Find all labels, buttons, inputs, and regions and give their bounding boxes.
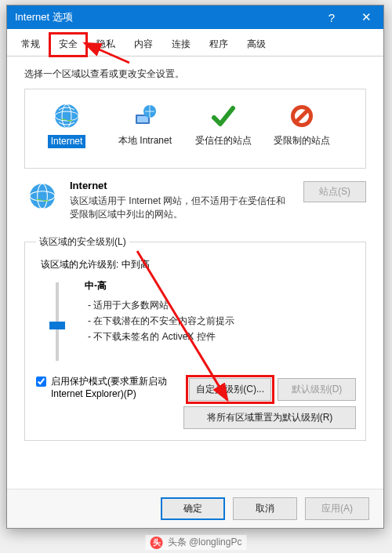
zone-intranet[interactable]: 本地 Intranet <box>111 100 179 160</box>
zone-detail-desc: 该区域适用于 Internet 网站，但不适用于在受信任和受限制区域中列出的网站… <box>70 195 294 221</box>
cancel-button[interactable]: 取消 <box>233 497 297 520</box>
window-title: Internet 选项 <box>15 10 314 24</box>
zone-detail: Internet 该区域适用于 Internet 网站，但不适用于在受信任和受限… <box>24 180 366 221</box>
watermark: 头 头条 @longlingPc <box>146 535 247 550</box>
level-bullet: 不下载未签名的 ActiveX 控件 <box>88 330 356 344</box>
zone-detail-name: Internet <box>70 180 294 191</box>
zones-list: Internet 本地 Intranet 受信任的站点 受限制的站点 <box>24 89 366 169</box>
globe-icon <box>33 100 100 132</box>
watermark-icon: 头 <box>151 537 163 549</box>
tab-panel-security: 选择一个区域以查看或更改安全设置。 Internet 本地 Intranet 受… <box>7 56 383 450</box>
security-level-slider[interactable] <box>44 278 71 361</box>
custom-level-button[interactable]: 自定义级别(C)... <box>189 378 271 401</box>
tab-strip: 常规 安全 隐私 内容 连接 程序 高级 <box>7 29 383 56</box>
slider-thumb[interactable] <box>49 322 65 329</box>
instruction-text: 选择一个区域以查看或更改安全设置。 <box>24 67 366 81</box>
close-button[interactable]: ✕ <box>349 5 383 29</box>
level-description: 中-高 适用于大多数网站 在下载潜在的不安全内容之前提示 不下载未签名的 Act… <box>85 278 356 361</box>
tab-programs[interactable]: 程序 <box>200 33 238 56</box>
watermark-text: 头条 @longlingPc <box>168 536 242 549</box>
level-bullet: 在下载潜在的不安全内容之前提示 <box>88 315 356 328</box>
protected-mode-checkbox[interactable] <box>36 377 46 387</box>
globe-icon <box>24 180 60 211</box>
zone-intranet-label: 本地 Intranet <box>118 135 172 147</box>
help-button[interactable]: ? <box>314 5 349 29</box>
zone-trusted-label: 受信任的站点 <box>195 135 252 147</box>
tab-connections[interactable]: 连接 <box>162 33 200 56</box>
tab-general[interactable]: 常规 <box>12 33 49 56</box>
internet-options-dialog: Internet 选项 ? ✕ 常规 安全 隐私 内容 连接 程序 高级 选择一… <box>6 5 384 529</box>
svg-point-9 <box>30 184 55 209</box>
tab-privacy[interactable]: 隐私 <box>87 33 125 56</box>
prohibited-icon <box>268 100 336 132</box>
dialog-button-row: 确定 取消 应用(A) <box>7 489 383 528</box>
allowed-levels-label: 该区域的允许级别: 中到高 <box>41 258 356 271</box>
computer-globe-icon <box>111 100 179 132</box>
titlebar: Internet 选项 ? ✕ <box>7 5 383 29</box>
apply-button[interactable]: 应用(A) <box>305 497 369 520</box>
tab-security[interactable]: 安全 <box>49 33 87 56</box>
reset-all-zones-button[interactable]: 将所有区域重置为默认级别(R) <box>183 406 356 429</box>
zone-internet-label: Internet <box>48 135 86 148</box>
zone-trusted[interactable]: 受信任的站点 <box>190 100 257 160</box>
slider-track <box>56 282 59 361</box>
zone-restricted[interactable]: 受限制的站点 <box>268 100 336 160</box>
security-level-group: 该区域的安全级别(L) 该区域的允许级别: 中到高 中-高 适用于大多数网站 在… <box>24 235 366 441</box>
ok-button[interactable]: 确定 <box>161 497 225 520</box>
protected-mode-label: 启用保护模式(要求重新启动 Internet Explorer)(P) <box>51 375 200 400</box>
level-bullet: 适用于大多数网站 <box>88 299 356 312</box>
level-name: 中-高 <box>85 279 356 293</box>
zone-internet[interactable]: Internet <box>33 100 100 160</box>
svg-rect-4 <box>137 116 148 122</box>
tab-content[interactable]: 内容 <box>125 33 162 56</box>
tab-advanced[interactable]: 高级 <box>238 33 275 56</box>
security-level-legend: 该区域的安全级别(L) <box>36 235 129 249</box>
sites-button[interactable]: 站点(S) <box>303 181 366 202</box>
checkmark-icon <box>190 100 257 132</box>
default-level-button[interactable]: 默认级别(D) <box>278 378 356 401</box>
zone-restricted-label: 受限制的站点 <box>274 135 330 147</box>
